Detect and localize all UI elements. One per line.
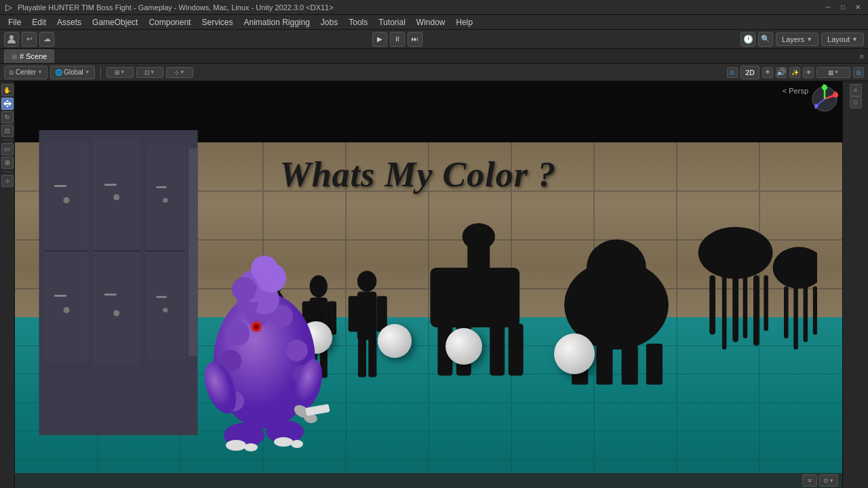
- menu-item-tools[interactable]: Tools: [343, 16, 373, 28]
- svg-point-100: [244, 443, 258, 451]
- menu-item-component[interactable]: Component: [143, 16, 196, 28]
- menu-item-assets[interactable]: Assets: [52, 16, 87, 28]
- tool-custom[interactable]: ⊹: [1, 175, 14, 187]
- svg-rect-39: [94, 252, 140, 365]
- title-bar-controls: ─ □ ✕: [823, 3, 863, 12]
- custom-tools-btn[interactable]: ⊹ ▼: [166, 67, 193, 78]
- menu-item-jobs[interactable]: Jobs: [315, 16, 343, 28]
- menu-item-edit[interactable]: Edit: [26, 16, 52, 28]
- menu-item-help[interactable]: Help: [451, 16, 479, 28]
- layout-dropdown[interactable]: Layout ▼: [821, 33, 864, 46]
- persp-label: < Persp: [783, 87, 808, 95]
- scene-viewport[interactable]: Whats My Color ?: [15, 81, 842, 488]
- svg-rect-53: [104, 293, 117, 296]
- tab-scene[interactable]: ⊞ # Scene: [4, 49, 54, 63]
- audio-btn[interactable]: 🔊: [776, 67, 787, 78]
- svg-rect-50: [54, 185, 66, 187]
- svg-point-119: [254, 324, 259, 329]
- scene-toolbar: ⊙ Center ▼ 🌐 Global ▼ ⊞ ▼ ⊡ ▼ ⊹ ▼ ⊙ 2D ☀…: [0, 64, 868, 81]
- tool-scale[interactable]: ⊡: [1, 125, 14, 137]
- tool-transform[interactable]: ⊞: [1, 157, 14, 169]
- layout-label: Layout: [827, 35, 850, 43]
- sphere-4: [446, 328, 482, 365]
- main-toolbar: ↩ ☁ ▶ ⏸ ⏭ 🕐 🔍 Layers ▼ Layout ▼: [0, 30, 868, 49]
- sphere-3: [378, 324, 412, 358]
- maximize-button[interactable]: □: [838, 3, 848, 12]
- close-button[interactable]: ✕: [853, 3, 863, 12]
- layers-chevron-icon: ▼: [806, 36, 812, 43]
- svg-text:X: X: [833, 90, 837, 95]
- svg-rect-45: [146, 252, 186, 359]
- account-button[interactable]: [4, 32, 19, 47]
- wall-text: Whats My Color ?: [279, 155, 556, 195]
- svg-point-47: [163, 308, 167, 312]
- layers-label: Layers: [782, 35, 804, 43]
- menu-item-window[interactable]: Window: [411, 16, 451, 28]
- step-button[interactable]: ⏭: [408, 32, 422, 47]
- scene-right-icons: ≡ ⊙ ▼: [802, 474, 838, 487]
- history-button[interactable]: 🕐: [741, 32, 755, 47]
- snap-settings-btn[interactable]: ⊡ ▼: [136, 67, 163, 78]
- tool-rotate[interactable]: ↻: [1, 111, 14, 123]
- grid-snap-btn[interactable]: ⊞ ▼: [106, 67, 134, 78]
- pivot-center-btn[interactable]: ⊙ Center ▼: [4, 66, 47, 79]
- scene-visibility-btn[interactable]: 👁: [803, 67, 814, 78]
- svg-point-102: [291, 440, 303, 448]
- lighting-btn[interactable]: ☀: [762, 67, 773, 78]
- tab-bar-expand-icon: ≡: [860, 52, 864, 60]
- svg-point-117: [251, 256, 278, 283]
- render-mode-btn[interactable]: ▦ ▼: [816, 67, 850, 78]
- svg-point-40: [113, 195, 119, 201]
- svg-point-110: [286, 340, 308, 361]
- svg-rect-51: [54, 295, 66, 297]
- scene-canvas: Whats My Color ?: [15, 81, 842, 488]
- svg-point-99: [226, 440, 246, 451]
- right-panel-icon-1[interactable]: ≡: [850, 84, 862, 96]
- menu-item-services[interactable]: Services: [196, 16, 238, 28]
- player-character: [197, 198, 332, 455]
- search-button[interactable]: 🔍: [758, 32, 773, 47]
- svg-point-46: [163, 198, 167, 203]
- pause-button[interactable]: ⏸: [390, 32, 405, 47]
- svg-text:Z: Z: [814, 104, 818, 109]
- menu-item-animation-rigging[interactable]: Animation Rigging: [238, 16, 315, 28]
- coord-global-btn[interactable]: 🌐 Global ▼: [50, 66, 95, 79]
- scene-gizmo[interactable]: X Y Z: [810, 84, 840, 114]
- menu-item-file[interactable]: File: [3, 16, 26, 28]
- view-options-btn[interactable]: ⊙: [727, 67, 738, 78]
- 2d-toggle-btn[interactable]: 2D: [741, 66, 760, 79]
- tab-bar: ⊞ # Scene ≡: [0, 49, 868, 64]
- scene-options-btn[interactable]: ⊙ ▼: [819, 474, 838, 487]
- fx-btn[interactable]: ✨: [789, 67, 800, 78]
- undo-button[interactable]: ↩: [22, 32, 37, 47]
- svg-point-101: [274, 437, 293, 447]
- camera-overlay-btn[interactable]: ◎: [853, 67, 864, 78]
- svg-rect-54: [156, 186, 166, 188]
- scene-settings-btn[interactable]: ≡: [802, 474, 817, 487]
- svg-point-116: [232, 277, 256, 302]
- title-bar: ▷ Playable HUNTER TIM Boss Fight - Gamep…: [0, 0, 868, 15]
- menu-item-tutorial[interactable]: Tutorial: [373, 16, 411, 28]
- svg-rect-55: [156, 296, 166, 298]
- left-toolbar: ✋ ↻ ⊡ ▭ ⊞ ⊹: [0, 81, 15, 488]
- scene-bottom-toolbar: ≡ ⊙ ▼: [15, 473, 842, 488]
- svg-marker-1: [3, 100, 12, 108]
- menu-bar: File Edit Assets GameObject Component Se…: [0, 15, 868, 30]
- play-button[interactable]: ▶: [372, 32, 387, 47]
- layers-dropdown[interactable]: Layers ▼: [776, 33, 818, 46]
- minimize-button[interactable]: ─: [823, 3, 833, 12]
- svg-point-35: [64, 307, 70, 313]
- cloud-button[interactable]: ☁: [39, 32, 54, 47]
- svg-point-34: [64, 197, 70, 203]
- tool-hand[interactable]: ✋: [1, 84, 14, 96]
- right-panel-icon-2[interactable]: ⊙: [850, 96, 862, 108]
- tool-rect[interactable]: ▭: [1, 143, 14, 155]
- lockers-area: [15, 130, 222, 435]
- tool-move[interactable]: [1, 98, 14, 110]
- svg-point-0: [9, 35, 14, 39]
- svg-text:Y: Y: [823, 84, 826, 87]
- title-bar-title: Playable HUNTER TIM Boss Fight - Gamepla…: [18, 3, 823, 12]
- svg-rect-52: [104, 184, 117, 186]
- menu-item-gameobject[interactable]: GameObject: [87, 16, 143, 28]
- svg-point-104: [225, 321, 250, 346]
